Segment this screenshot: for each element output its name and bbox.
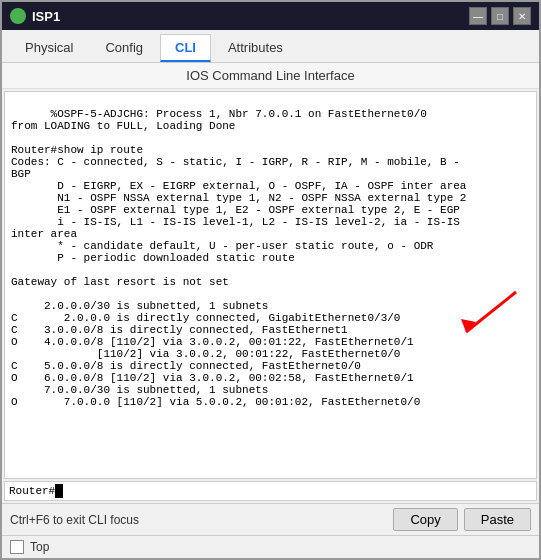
cli-input-row: Router# — [4, 481, 537, 501]
tab-cli[interactable]: CLI — [160, 34, 211, 62]
svg-line-0 — [466, 292, 516, 332]
copy-button[interactable]: Copy — [393, 508, 457, 531]
maximize-button[interactable]: □ — [491, 7, 509, 25]
cli-output[interactable]: %OSPF-5-ADJCHG: Process 1, Nbr 7.0.0.1 o… — [4, 91, 537, 479]
top-checkbox[interactable] — [10, 540, 24, 554]
paste-button[interactable]: Paste — [464, 508, 531, 531]
minimize-button[interactable]: — — [469, 7, 487, 25]
svg-marker-1 — [461, 319, 476, 332]
section-title: IOS Command Line Interface — [2, 63, 539, 89]
tab-config[interactable]: Config — [90, 34, 158, 62]
window-icon — [10, 8, 26, 24]
window-title: ISP1 — [32, 9, 463, 24]
footer-bar: Top — [2, 535, 539, 558]
main-window: ISP1 — □ ✕ Physical Config CLI Attribute… — [0, 0, 541, 560]
cli-container: %OSPF-5-ADJCHG: Process 1, Nbr 7.0.0.1 o… — [2, 89, 539, 503]
cli-text: %OSPF-5-ADJCHG: Process 1, Nbr 7.0.0.1 o… — [11, 108, 466, 408]
close-button[interactable]: ✕ — [513, 7, 531, 25]
tab-physical[interactable]: Physical — [10, 34, 88, 62]
tab-bar: Physical Config CLI Attributes — [2, 30, 539, 63]
title-bar: ISP1 — □ ✕ — [2, 2, 539, 30]
red-arrow-annotation — [446, 287, 526, 347]
cli-cursor — [55, 484, 63, 498]
title-controls: — □ ✕ — [469, 7, 531, 25]
tab-attributes[interactable]: Attributes — [213, 34, 298, 62]
bottom-bar: Ctrl+F6 to exit CLI focus Copy Paste — [2, 503, 539, 535]
cli-prompt: Router# — [9, 485, 55, 497]
top-label: Top — [30, 540, 49, 554]
bottom-buttons: Copy Paste — [393, 508, 531, 531]
shortcut-label: Ctrl+F6 to exit CLI focus — [10, 513, 139, 527]
